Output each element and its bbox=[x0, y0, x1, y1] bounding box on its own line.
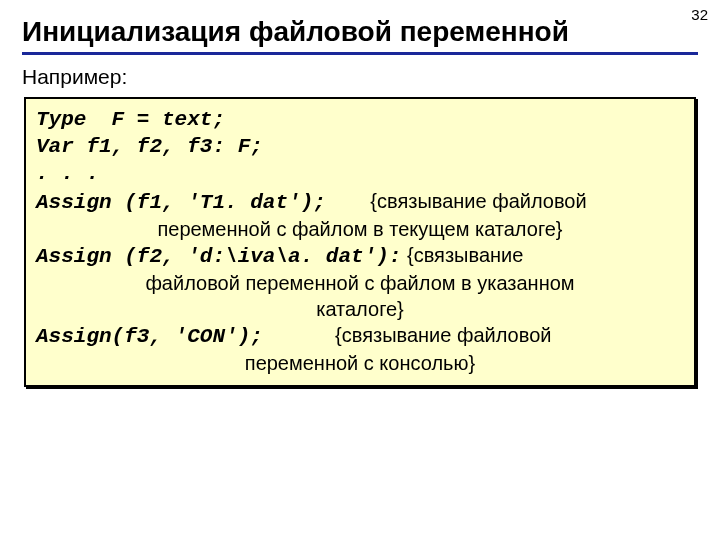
code-line: Assign (f1, 'T1. dat'); {связывание файл… bbox=[36, 188, 684, 217]
code-fragment: Assign (f2, 'd:\iva\a. dat'): bbox=[36, 245, 401, 268]
code-comment bbox=[326, 190, 370, 212]
code-fragment: Assign (f1, 'T1. dat'); bbox=[36, 191, 326, 214]
page-title: Инициализация файловой переменной bbox=[22, 16, 698, 48]
code-comment: {связывание файловой bbox=[370, 190, 586, 212]
code-line: Assign(f3, 'CON'); {связывание файловой bbox=[36, 322, 684, 351]
code-comment: переменной с консолью} bbox=[36, 351, 684, 377]
code-comment bbox=[263, 324, 335, 346]
page-number: 32 bbox=[691, 6, 708, 23]
code-comment: {связывание bbox=[407, 244, 523, 266]
code-comment: каталоге} bbox=[36, 297, 684, 323]
code-comment: файловой переменной с файлом в указанном bbox=[36, 271, 684, 297]
code-comment: {связывание файловой bbox=[335, 324, 551, 346]
code-line: Assign (f2, 'd:\iva\a. dat'): {связывани… bbox=[36, 242, 684, 271]
code-comment: переменной с файлом в текущем каталоге} bbox=[36, 217, 684, 243]
lead-text: Например: bbox=[22, 65, 698, 89]
code-line: Type F = text; bbox=[36, 107, 684, 134]
code-line: Var f1, f2, f3: F; bbox=[36, 134, 684, 161]
title-underline bbox=[22, 52, 698, 55]
code-fragment: Assign(f3, 'CON'); bbox=[36, 325, 263, 348]
code-line: . . . bbox=[36, 161, 684, 188]
code-example-box: Type F = text; Var f1, f2, f3: F; . . . … bbox=[24, 97, 696, 387]
